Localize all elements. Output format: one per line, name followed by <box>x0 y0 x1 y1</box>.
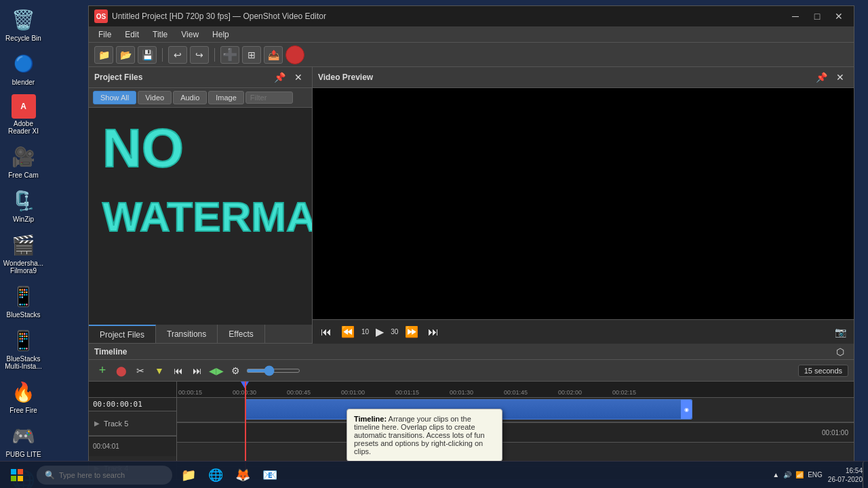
svg-rect-3 <box>18 476 23 481</box>
desktop-icon-freecam[interactable]: 🎥 Free Cam <box>2 140 45 182</box>
tray-volume[interactable]: 🔊 <box>783 471 791 479</box>
taskbar-email[interactable]: 📧 <box>256 462 283 489</box>
goto-end-button[interactable]: ⏭ <box>425 325 441 340</box>
timeline-tooltip: Timeline: Arrange your clips on the time… <box>347 409 502 462</box>
desktop-icon-adobe[interactable]: A Adobe Reader XI <box>2 92 45 138</box>
title-bar: OS Untitled Project [HD 720p 30 fps] — O… <box>89 6 854 26</box>
taskbar-search-bar[interactable]: 🔍 <box>37 466 172 485</box>
taskbar-search-input[interactable] <box>59 471 164 479</box>
record-button[interactable] <box>285 45 304 64</box>
tab-project-files[interactable]: Project Files <box>89 325 156 343</box>
taskbar-firefox[interactable]: 🦊 <box>229 462 256 489</box>
tab-effects[interactable]: Effects <box>218 325 264 343</box>
preview-close-button[interactable]: ✕ <box>832 70 848 85</box>
marker-8: 00:02:00 <box>557 389 611 396</box>
snapshot-button[interactable]: 📷 <box>832 325 848 340</box>
project-files-title: Project Files <box>94 73 142 82</box>
timeline-section: Timeline ⬡ + ⬤ ✂ ▼ ⏮ ⏭ ◀▶ ⚙ 15 seconds 0… <box>89 344 854 479</box>
taskbar-chrome[interactable]: 🌐 <box>202 462 229 489</box>
tray-up-arrow[interactable]: ▲ <box>772 471 779 479</box>
tray-network[interactable]: 📶 <box>795 471 804 479</box>
marker-5: 00:01:15 <box>394 389 448 396</box>
watermark-text: WATERMARK!! <box>102 196 312 238</box>
add-track-button[interactable]: ➕ <box>220 46 239 64</box>
svg-rect-2 <box>11 476 16 481</box>
new-button[interactable]: 📁 <box>94 46 113 64</box>
desktop-icon-recycle-bin[interactable]: 🗑️ Recycle Bin <box>2 3 45 45</box>
preview-pin-button[interactable]: 📌 <box>813 70 829 85</box>
timeline-zoom-slider[interactable] <box>246 369 300 373</box>
zoom-in-button[interactable]: ◀▶ <box>208 363 224 378</box>
menu-view[interactable]: View <box>174 26 205 42</box>
desktop-icon-winzip[interactable]: 🗜️ WinZip <box>2 184 45 226</box>
menu-title[interactable]: Title <box>146 26 174 42</box>
taskbar: 🔍 📁 🌐 🦊 📧 ▲ 🔊 📶 ENG 16:54 26-07-2020 <box>0 461 868 488</box>
fullscreen-button[interactable]: ⊞ <box>242 46 261 64</box>
desktop-icon-freefire[interactable]: 🔥 Free Fire <box>2 375 45 417</box>
filter-show-all[interactable]: Show All <box>93 91 136 104</box>
show-desktop-button[interactable] <box>863 462 868 489</box>
no-text: NO <box>102 121 312 176</box>
timeline-expand-button[interactable]: ⬡ <box>832 344 848 359</box>
watermark-overlay: NO WATERMARK!! <box>102 121 312 238</box>
desktop-icon-filmora[interactable]: 🎬 Wondersha... Filmora9 <box>2 228 45 277</box>
desktop: 🗑️ Recycle Bin 🔵 blender A Adobe Reader … <box>0 0 47 488</box>
panel-pin-button[interactable]: 📌 <box>271 70 288 85</box>
adobe-icon: A <box>12 94 36 119</box>
panel-close-button[interactable]: ✕ <box>290 70 307 85</box>
bottom-tabs: Project Files Transitions Effects <box>89 325 312 344</box>
menu-help[interactable]: Help <box>205 26 236 42</box>
redo-button[interactable]: ↪ <box>190 46 209 64</box>
save-button[interactable]: 💾 <box>138 46 157 64</box>
marker-6: 00:01:30 <box>448 389 502 396</box>
minimize-button[interactable]: ─ <box>786 9 805 23</box>
bluestacks-icon: 📱 <box>10 283 37 310</box>
clock-date: 26-07-2020 <box>828 475 863 484</box>
open-button[interactable]: 📂 <box>116 46 135 64</box>
winzip-icon: 🗜️ <box>10 187 37 214</box>
start-button[interactable] <box>0 462 34 489</box>
goto-start-button[interactable]: ⏮ <box>318 325 334 340</box>
track-5-expand[interactable]: ▶ <box>93 420 101 428</box>
filter-video[interactable]: Video <box>138 91 172 104</box>
cut-button[interactable]: ✂ <box>132 363 149 378</box>
arrows-button[interactable]: ▼ <box>151 363 167 378</box>
left-panel: Project Files 📌 ✕ Show All Video Audio I… <box>89 67 313 344</box>
right-panel: Video Preview 📌 ✕ ⏮ ⏪ 10 ▶ 30 ⏩ ⏭ 📷 <box>313 67 854 344</box>
export-button[interactable]: 📤 <box>264 46 283 64</box>
marker-7: 00:01:45 <box>502 389 557 396</box>
play-button[interactable]: ▶ <box>373 324 387 340</box>
tab-transitions[interactable]: Transitions <box>156 325 218 343</box>
clock-time: 16:54 <box>828 466 863 475</box>
track-5-label: ▶ Track 5 <box>89 411 176 436</box>
undo-button[interactable]: ↩ <box>168 46 187 64</box>
blender-icon: 🔵 <box>10 50 37 77</box>
maximize-button[interactable]: □ <box>808 9 827 23</box>
desktop-icon-blender[interactable]: 🔵 blender <box>2 47 45 89</box>
menu-file[interactable]: File <box>92 26 118 42</box>
forward-label: 30 <box>391 328 398 336</box>
desktop-icon-pubg[interactable]: 🎮 PUBG LITE <box>2 420 45 461</box>
add-clip-button[interactable]: + <box>94 363 111 378</box>
taskbar-file-explorer[interactable]: 📁 <box>175 462 202 489</box>
system-clock[interactable]: 16:54 26-07-2020 <box>828 466 863 484</box>
track-5-row: ◉ <box>177 398 854 422</box>
menu-edit[interactable]: Edit <box>118 26 146 42</box>
timeline-title: Timeline <box>94 347 127 357</box>
desktop-icon-bluestacks[interactable]: 📱 BlueStacks <box>2 280 45 321</box>
close-button[interactable]: ✕ <box>829 9 848 23</box>
rewind-button[interactable]: ⏪ <box>338 324 357 340</box>
remove-clip-button[interactable]: ⬤ <box>113 363 130 378</box>
filter-audio[interactable]: Audio <box>173 91 207 104</box>
rewind-label: 10 <box>361 328 369 336</box>
marker-4: 00:01:00 <box>340 389 394 396</box>
timeline-settings-button[interactable]: ⚙ <box>227 363 243 378</box>
filter-image[interactable]: Image <box>208 91 244 104</box>
jump-end-button[interactable]: ⏭ <box>189 363 205 378</box>
playhead-arrow <box>241 382 249 388</box>
jump-start-button[interactable]: ⏮ <box>170 363 186 378</box>
filter-input[interactable] <box>245 92 293 104</box>
desktop-icon-bluestacks-multi[interactable]: 📱 BlueStacks Multi-Insta... <box>2 324 45 373</box>
fast-forward-button[interactable]: ⏩ <box>402 324 421 340</box>
toolbar: 📁 📂 💾 ↩ ↪ ➕ ⊞ 📤 <box>89 43 854 67</box>
